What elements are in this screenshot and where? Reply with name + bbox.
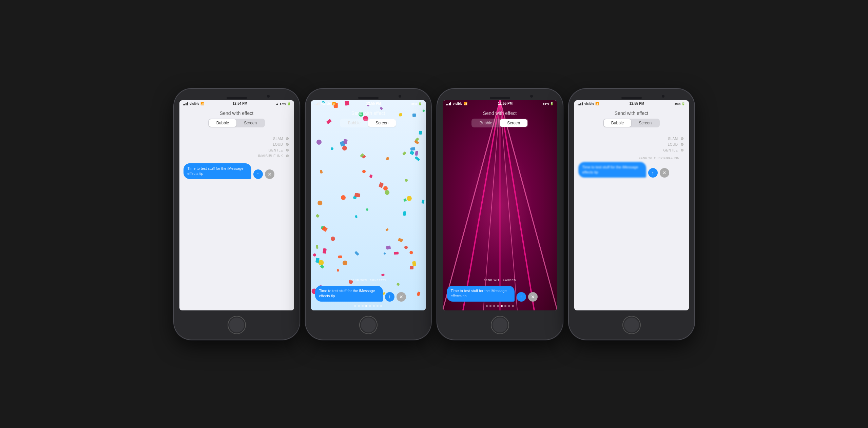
effect-label-invisibleink: SEND WITH INVISIBLE INK	[574, 156, 689, 159]
effect-header-3: Send with effect Bubble Screen	[443, 107, 557, 130]
phone-2: Visible 📶 12:55 PM 86% 🔋 Send with effec…	[306, 89, 431, 340]
phone-home-area-1	[228, 310, 246, 340]
wifi-icon-3: 📶	[464, 102, 467, 105]
effects-list-1: SLAM LOUD GENTLE INVISIBLE INK	[179, 130, 294, 161]
send-button-4[interactable]: ↑	[648, 168, 658, 178]
effect-gentle-1: GENTLE	[268, 148, 288, 152]
battery-4: 85%	[674, 102, 680, 105]
phone-4: Visible 📶 12:55 PM 85% 🔋 Send with effec…	[569, 89, 694, 340]
message-bubble-4: Time to test stuff for the iMessage effe…	[578, 162, 646, 178]
battery-icon-4: 🔋	[681, 102, 685, 105]
tab-bubble-1[interactable]: Bubble	[209, 119, 236, 127]
home-button-3[interactable]	[491, 316, 509, 334]
phone-top-bar-2	[306, 89, 431, 100]
phone-camera-1	[267, 95, 270, 98]
effect-title-3: Send with effect	[443, 110, 557, 116]
signal-bars-3	[446, 102, 451, 105]
screen-content-1: Send with effect Bubble Screen SLAM LOUD	[179, 107, 294, 183]
location-icon-1: ▲	[276, 102, 279, 105]
tab-bar-1[interactable]: Bubble Screen	[208, 119, 265, 127]
effect-label-lasers: SEND WITH LASERS	[443, 279, 557, 282]
home-button-2[interactable]	[359, 316, 378, 334]
phone-camera-2	[399, 95, 401, 98]
phone-camera-4	[662, 95, 664, 98]
screen-overlay-3: Visible 📶 12:55 PM 86% 🔋 Send with effec…	[443, 100, 557, 310]
battery-3: 86%	[543, 102, 549, 105]
effect-title-4: Send with effect	[574, 110, 689, 116]
tab-bubble-2[interactable]: Bubble	[341, 119, 368, 127]
tab-bubble-3[interactable]: Bubble	[472, 119, 500, 127]
phone-speaker-2	[358, 97, 379, 99]
tab-screen-4[interactable]: Screen	[631, 119, 659, 127]
effect-header-2: Send with effect Bubble Screen	[311, 107, 426, 130]
phone-top-bar-4	[569, 89, 694, 100]
effect-label-confetti: SEND WITH CONFETTI	[311, 279, 426, 282]
cancel-button-4[interactable]: ✕	[660, 168, 669, 178]
send-button-1[interactable]: ↑	[253, 169, 263, 179]
effect-title-2: Send with effect	[311, 110, 426, 116]
tab-bar-4[interactable]: Bubble Screen	[603, 119, 660, 127]
effect-slam-1: SLAM	[273, 137, 288, 141]
effect-loud-4: LOUD	[668, 143, 683, 146]
pagination-2	[311, 303, 426, 309]
screen-content-4: Send with effect Bubble Screen SLAM LOUD	[574, 107, 689, 182]
wifi-icon-2: 📶	[332, 102, 336, 105]
effect-title-1: Send with effect	[179, 110, 294, 116]
send-arrow-1: ↑	[257, 171, 259, 177]
signal-bars-1	[183, 102, 188, 105]
tab-bubble-4[interactable]: Bubble	[604, 119, 631, 127]
phone-speaker-4	[621, 97, 642, 99]
battery-2: 86%	[411, 102, 417, 105]
battery-icon-1: 🔋	[287, 102, 291, 105]
phone-top-bar-3	[437, 89, 563, 100]
phone-screen-3: Visible 📶 12:55 PM 86% 🔋 Send with effec…	[443, 100, 557, 310]
time-1: 12:54 PM	[233, 102, 247, 105]
home-button-1[interactable]	[228, 316, 246, 334]
tab-bar-2[interactable]: Bubble Screen	[340, 119, 397, 127]
phone-speaker-1	[227, 97, 247, 99]
cancel-button-3[interactable]: ✕	[528, 292, 538, 302]
tab-screen-2[interactable]: Screen	[368, 119, 396, 127]
pagination-3	[443, 303, 557, 309]
effect-slam-4: SLAM	[668, 137, 683, 141]
effect-loud-1: LOUD	[273, 143, 289, 146]
tab-bar-3[interactable]: Bubble Screen	[471, 119, 528, 127]
phone-home-area-3	[491, 310, 509, 340]
phone-screen-1: Visible 📶 12:54 PM ▲ 87% 🔋 Send with eff…	[179, 100, 294, 310]
send-button-2[interactable]: ↑	[385, 292, 394, 302]
message-area-4: Time to test stuff for the iMessage effe…	[574, 159, 689, 182]
message-bubble-3: Time to test stuff for the iMessage effe…	[447, 286, 515, 302]
tab-screen-3[interactable]: Screen	[500, 119, 527, 127]
phones-container: Visible 📶 12:54 PM ▲ 87% 🔋 Send with eff…	[174, 89, 694, 340]
screen-overlay-2: Visible 📶 12:55 PM 86% 🔋 Send with effec…	[311, 100, 426, 310]
effects-list-4: SLAM LOUD GENTLE	[574, 130, 689, 155]
status-bar-3: Visible 📶 12:55 PM 86% 🔋	[443, 100, 557, 107]
carrier-4: Visible	[584, 102, 594, 105]
cancel-button-1[interactable]: ✕	[265, 169, 274, 179]
phone-3: Visible 📶 12:55 PM 86% 🔋 Send with effec…	[437, 89, 563, 340]
effect-gentle-4: GENTLE	[663, 148, 683, 152]
effect-header-1: Send with effect Bubble Screen	[179, 107, 294, 130]
battery-icon-2: 🔋	[418, 102, 422, 105]
phone-top-bar-1	[174, 89, 300, 100]
tab-screen-1[interactable]: Screen	[236, 119, 264, 127]
phone-screen-4: Visible 📶 12:55 PM 85% 🔋 Send with effec…	[574, 100, 689, 310]
carrier-2: Visible	[321, 102, 331, 105]
wifi-icon-1: 📶	[200, 102, 204, 105]
status-bar-2: Visible 📶 12:55 PM 86% 🔋	[311, 100, 426, 107]
send-button-3[interactable]: ↑	[517, 292, 526, 302]
message-bubble-1: Time to test stuff for the iMessage effe…	[184, 163, 251, 179]
phone-screen-2: Visible 📶 12:55 PM 86% 🔋 Send with effec…	[311, 100, 426, 310]
message-area-2: Time to test stuff for the iMessage effe…	[311, 283, 426, 303]
home-button-4[interactable]	[622, 316, 641, 334]
time-3: 12:55 PM	[498, 102, 513, 105]
carrier-3: Visible	[453, 102, 463, 105]
cancel-button-2[interactable]: ✕	[397, 292, 406, 302]
status-bar-1: Visible 📶 12:54 PM ▲ 87% 🔋	[179, 100, 294, 107]
effect-header-4: Send with effect Bubble Screen	[574, 107, 689, 130]
signal-bars-2	[314, 102, 320, 105]
message-bubble-2: Time to test stuff for the iMessage effe…	[315, 286, 383, 302]
effect-invisibleink-1: INVISIBLE INK	[258, 154, 289, 158]
phone-home-area-4	[622, 310, 641, 340]
time-2: 12:55 PM	[366, 102, 381, 105]
